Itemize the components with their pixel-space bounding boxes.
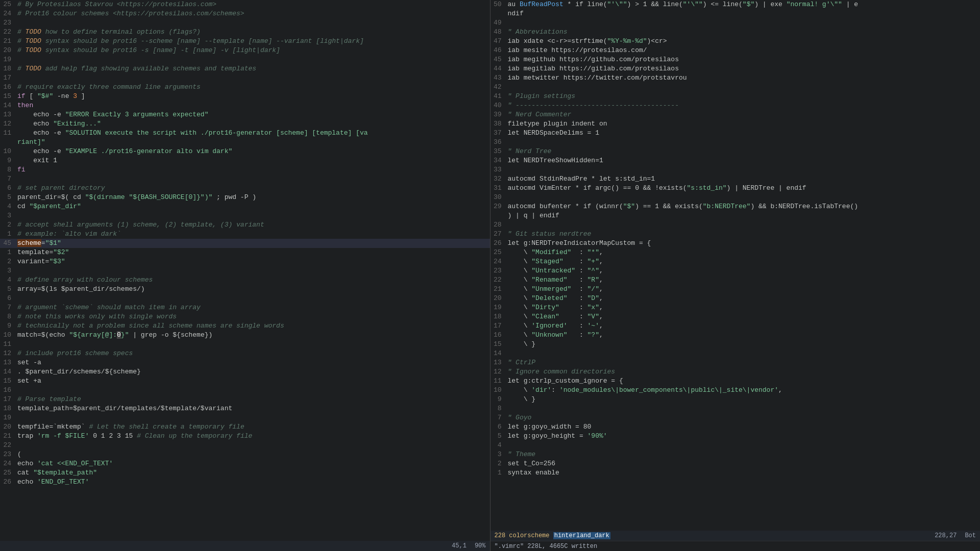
code-line: 1syntax enable bbox=[491, 468, 981, 478]
code-line: 7# argument `scheme` should match item i… bbox=[0, 303, 490, 312]
code-line: 7 bbox=[0, 174, 490, 184]
right-status-mode: 228 colorscheme hinterland_dark bbox=[495, 532, 935, 539]
code-line: 14 bbox=[491, 349, 981, 358]
code-line: 4 bbox=[491, 441, 981, 450]
left-code-area[interactable]: 25# By Protesilaos Stavrou <https://prot… bbox=[0, 0, 490, 541]
code-line: 8 bbox=[491, 404, 981, 413]
editor-container: 25# By Protesilaos Stavrou <https://prot… bbox=[0, 0, 980, 551]
code-line: 19 \ "Dirty" : "x", bbox=[491, 303, 981, 312]
code-line: 5array=$(ls $parent_dir/schemes/) bbox=[0, 285, 490, 294]
code-line: 25# By Protesilaos Stavrou <https://prot… bbox=[0, 0, 490, 9]
code-line: 11let g:ctrlp_custom_ignore = { bbox=[491, 377, 981, 386]
code-line: 13" CtrlP bbox=[491, 358, 981, 367]
code-line: 21 \ "Unmerged" : "/", bbox=[491, 285, 981, 294]
code-line: 3 bbox=[0, 266, 490, 276]
code-line: 18# TODO add help flag showing available… bbox=[0, 64, 490, 73]
code-line: 17 bbox=[0, 73, 490, 83]
code-line: 6 bbox=[0, 294, 490, 303]
code-line: 31autocmd VimEnter * if argc() == 0 && !… bbox=[491, 184, 981, 193]
code-line: 3 bbox=[0, 211, 490, 220]
code-line: 11 bbox=[0, 340, 490, 349]
code-line: 15set +a bbox=[0, 377, 490, 386]
code-line: 24 \ "Staged" : "+", bbox=[491, 257, 981, 266]
code-line: 47iab xdate <c-r>=strftime("%Y-%m-%d")<c… bbox=[491, 37, 981, 46]
code-line: 18 \ "Clean" : "V", bbox=[491, 312, 981, 321]
code-line: 24echo 'cat <<END_OF_TEXT' bbox=[0, 459, 490, 468]
code-line: 25cat "$template_path" bbox=[0, 468, 490, 478]
code-line: 48" Abbreviations bbox=[491, 28, 981, 37]
code-line: 18template_path=$parent_dir/templates/$t… bbox=[0, 404, 490, 413]
code-line: 20# TODO syntax should be prot16 -s [nam… bbox=[0, 46, 490, 55]
code-line: 14then bbox=[0, 101, 490, 110]
code-line: 9 exit 1 bbox=[0, 156, 490, 165]
code-line: 4cd "$parent_dir" bbox=[0, 202, 490, 211]
code-line: 2# accept shell arguments (1) scheme, (2… bbox=[0, 220, 490, 230]
code-line: 45iab megithub https://github.com/protes… bbox=[491, 55, 981, 64]
code-line: 49 bbox=[491, 18, 981, 28]
code-line: 44iab megitlab https://gitlab.com/protes… bbox=[491, 64, 981, 73]
code-line: 13set -a bbox=[0, 358, 490, 367]
right-code-area[interactable]: 50au BufReadPost * if line("'\"") > 1 &&… bbox=[491, 0, 981, 531]
code-line: 7" Goyo bbox=[491, 413, 981, 422]
code-line: 17 \ 'Ignored' : '~', bbox=[491, 321, 981, 331]
code-line: 19 bbox=[0, 55, 490, 64]
code-line: 21# TODO syntax should be prot16 --schem… bbox=[0, 37, 490, 46]
code-line: 38filetype plugin indent on bbox=[491, 119, 981, 129]
code-line: 3" Theme bbox=[491, 450, 981, 459]
code-line: 32autocmd StdinReadPre * let s:std_in=1 bbox=[491, 174, 981, 184]
code-line: 4# define array with colour schemes bbox=[0, 276, 490, 285]
code-line: 42 bbox=[491, 83, 981, 92]
code-line: 10match=$(echo "${array[@]:0}" | grep -o… bbox=[0, 331, 490, 340]
code-line: 16 \ "Unknown" : "?", bbox=[491, 331, 981, 340]
code-line: 11 echo -e "SOLUTION execute the script … bbox=[0, 129, 490, 138]
right-pane: 50au BufReadPost * if line("'\"") > 1 &&… bbox=[491, 0, 981, 551]
code-line: ndif bbox=[491, 9, 981, 18]
code-line: 15if [ "$#" -ne 3 ] bbox=[0, 92, 490, 101]
code-line: 12" Ignore common directories bbox=[491, 367, 981, 377]
code-line: 6let g:goyo_width = 80 bbox=[491, 422, 981, 432]
code-line: 2set t_Co=256 bbox=[491, 459, 981, 468]
code-line: 1# example: `alto vim dark` bbox=[0, 230, 490, 239]
code-line: 24# Prot16 colour schemes <https://prote… bbox=[0, 9, 490, 18]
code-line: 15 \ } bbox=[491, 340, 981, 349]
left-status-percent: 90% bbox=[475, 542, 486, 549]
code-line: 13 echo -e "ERROR Exactly 3 arguments ex… bbox=[0, 110, 490, 119]
code-line: ) | q | endif bbox=[491, 211, 981, 220]
code-line: 8fi bbox=[0, 165, 490, 174]
right-status-position: 228,27 bbox=[935, 532, 957, 539]
right-status-bot: Bot bbox=[965, 532, 976, 539]
code-line: 39" Nerd Commenter bbox=[491, 110, 981, 119]
code-line: riant]" bbox=[0, 138, 490, 147]
code-line: 25 \ "Modified" : "*", bbox=[491, 248, 981, 257]
left-status-bar: 45,1 90% bbox=[0, 541, 490, 551]
code-line: 20 \ "Deleted" : "D", bbox=[491, 294, 981, 303]
left-status-position: 45,1 bbox=[452, 542, 467, 549]
code-line: 5let g:goyo_height = '90%' bbox=[491, 432, 981, 441]
code-line: 21trap 'rm -f $FILE' 0 1 2 3 15 # Clean … bbox=[0, 432, 490, 441]
code-line: 37let NERDSpaceDelims = 1 bbox=[491, 129, 981, 138]
code-line: 10 echo -e "EXAMPLE ./prot16-generator a… bbox=[0, 147, 490, 156]
code-line: 26echo 'END_OF_TEXT' bbox=[0, 478, 490, 487]
code-line: 23 bbox=[0, 18, 490, 28]
code-line-highlighted: 45scheme="$1" bbox=[0, 239, 490, 248]
code-line: 23( bbox=[0, 450, 490, 459]
vim-cmd-bar: ".vimrc" 228L, 4665C written bbox=[491, 541, 981, 551]
vim-cmd-text: ".vimrc" 228L, 4665C written bbox=[495, 543, 598, 550]
code-line: 41" Plugin settings bbox=[491, 92, 981, 101]
code-line: 6# set parent directory bbox=[0, 184, 490, 193]
code-line: 46iab mesite https://protesilaos.com/ bbox=[491, 46, 981, 55]
code-line: 12# include prot16 scheme specs bbox=[0, 349, 490, 358]
code-line: 19 bbox=[0, 413, 490, 422]
code-line: 2variant="$3" bbox=[0, 257, 490, 266]
code-line: 27" Git status nerdtree bbox=[491, 230, 981, 239]
code-line: 33 bbox=[491, 165, 981, 174]
code-line: 26let g:NERDTreeIndicatorMapCustom = { bbox=[491, 239, 981, 248]
code-line: 9 \ } bbox=[491, 395, 981, 404]
code-line: 40" ------------------------------------… bbox=[491, 101, 981, 110]
code-line: 29autocmd bufenter * if (winnr("$") == 1… bbox=[491, 202, 981, 211]
code-line: 16 bbox=[0, 386, 490, 395]
code-line: 22# TODO how to define terminal options … bbox=[0, 28, 490, 37]
code-line: 35" Nerd Tree bbox=[491, 147, 981, 156]
code-line: 20tempfile=`mktemp` # Let the shell crea… bbox=[0, 422, 490, 432]
left-pane: 25# By Protesilaos Stavrou <https://prot… bbox=[0, 0, 491, 551]
